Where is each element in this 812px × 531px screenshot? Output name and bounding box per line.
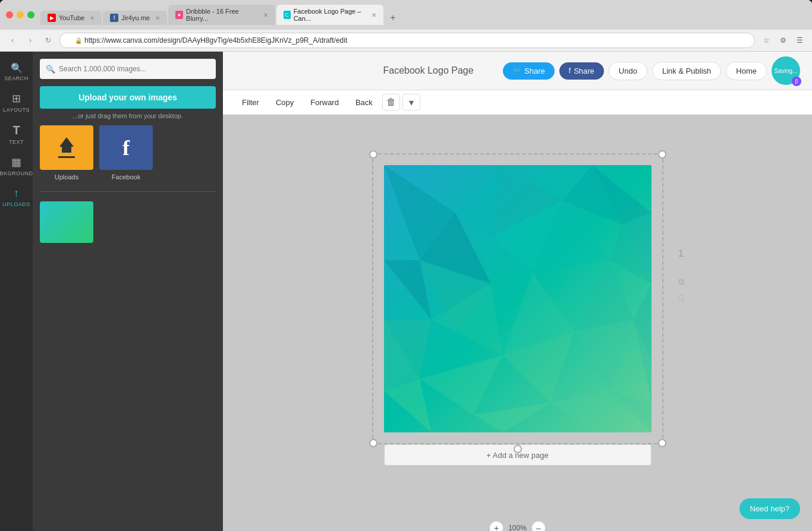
sidebar-search-label: SEARCH — [4, 75, 29, 81]
sidebar-item-text[interactable]: T TEXT — [2, 119, 32, 150]
svg-marker-19 — [420, 355, 503, 415]
canvas-title: Facebook Logo Page — [383, 65, 473, 76]
search-wrap: 🔍 — [40, 59, 216, 79]
handle-top-right[interactable] — [658, 150, 666, 159]
text-icon: T — [12, 124, 20, 137]
sidebar-item-uploads[interactable]: ↑ UPLOADS — [2, 182, 32, 212]
canvas-background — [384, 165, 652, 432]
uploads-thumb — [40, 125, 93, 170]
extensions-icon[interactable]: ⚙ — [776, 34, 789, 47]
title-bar: ▶ YouTube ✕ f Jir4yu.me ✕ ● Dribbble - 1… — [0, 0, 812, 30]
youtube-favicon: ▶ — [48, 14, 56, 22]
rotate-handle[interactable] — [514, 445, 522, 453]
upload-btn-label: Upload your own images — [78, 93, 177, 102]
zoom-in-button[interactable]: + — [489, 521, 503, 531]
zoom-minus-icon: – — [536, 523, 541, 531]
source-facebook[interactable]: f Facebook — [99, 125, 153, 181]
forward-button[interactable]: Forward — [303, 95, 346, 110]
search-inner-icon: 🔍 — [46, 65, 55, 74]
tab-dribbble[interactable]: ● Dribbble - 16 Free Blurry... ✕ — [168, 5, 275, 25]
refresh-button[interactable]: ↻ — [42, 34, 55, 47]
tab-dribbble-close[interactable]: ✕ — [263, 12, 268, 18]
sidebar-item-background[interactable]: ▦ BKGROUND — [2, 151, 32, 181]
tab-canva-close[interactable]: ✕ — [372, 12, 376, 18]
uploaded-image-preview — [40, 201, 93, 243]
twitter-icon: 🐦 — [512, 67, 521, 75]
tab-canva[interactable]: C Facebook Logo Page – Can... ✕ — [276, 5, 383, 25]
address-input[interactable]: 🔒 https://www.canva.com/design/DAAyH8gvT… — [59, 33, 755, 48]
minimize-button[interactable] — [17, 11, 24, 18]
page-number: 1 — [678, 248, 684, 259]
sidebar-uploads-label: UPLOADS — [2, 201, 30, 207]
svg-marker-21 — [574, 320, 634, 391]
uploads-icon: ↑ — [14, 187, 19, 200]
panel-search-area: 🔍 — [33, 52, 223, 86]
svg-marker-16 — [574, 260, 634, 331]
handle-top-left[interactable] — [369, 150, 377, 159]
help-label: Need help? — [750, 504, 790, 513]
traffic-lights — [6, 11, 34, 18]
address-bar: ‹ › ↻ 🔒 https://www.canva.com/design/DAA… — [0, 30, 812, 52]
upload-own-images-button[interactable]: Upload your own images — [40, 86, 216, 109]
forward-nav-button[interactable]: › — [24, 34, 37, 47]
browser-toolbar-icons: ☆ ⚙ ☰ — [760, 34, 806, 47]
facebook-share-button[interactable]: f Share — [559, 62, 604, 80]
tab-youtube[interactable]: ▶ YouTube ✕ — [40, 11, 102, 25]
twitter-share-button[interactable]: 🐦 Share — [503, 62, 555, 80]
delete-page-icon[interactable]: □ — [678, 293, 683, 302]
background-icon: ▦ — [11, 156, 21, 169]
link-publish-button[interactable]: Link & Publish — [652, 62, 721, 80]
back-nav-button[interactable]: ‹ — [6, 34, 19, 47]
uploaded-image-1[interactable] — [40, 201, 93, 243]
canvas-header: Facebook Logo Page 🐦 Share f Share Undo … — [223, 52, 812, 90]
uploads-source-label: Uploads — [55, 173, 78, 181]
more-options-button[interactable]: ▾ — [402, 94, 420, 110]
home-button[interactable]: Home — [726, 62, 767, 80]
menu-icon[interactable]: ☰ — [793, 34, 806, 47]
svg-marker-25 — [550, 391, 610, 432]
tab-dribbble-label: Dribbble - 16 Free Blurry... — [186, 8, 258, 22]
tab-jir4yu-close[interactable]: ✕ — [155, 15, 160, 21]
zoom-out-button[interactable]: – — [531, 521, 546, 531]
browser-tabs: ▶ YouTube ✕ f Jir4yu.me ✕ ● Dribbble - 1… — [40, 5, 806, 25]
jir4yu-favicon: f — [110, 14, 118, 22]
tab-youtube-close[interactable]: ✕ — [90, 15, 95, 21]
filter-button[interactable]: Filter — [235, 95, 266, 110]
source-uploads[interactable]: Uploads — [40, 125, 93, 181]
copy-button[interactable]: Copy — [269, 95, 301, 110]
facebook-share-label: Share — [574, 67, 594, 75]
need-help-button[interactable]: Need help? — [739, 498, 801, 519]
bookmark-icon[interactable]: ☆ — [760, 34, 773, 47]
zoom-level-text: 100% — [508, 524, 527, 531]
side-icons: 1 ⧉ □ — [678, 296, 684, 302]
undo-button[interactable]: Undo — [609, 62, 647, 80]
sources-grid: Uploads f Facebook — [33, 125, 223, 187]
sidebar-item-search[interactable]: 🔍 SEARCH — [2, 58, 32, 86]
svg-marker-24 — [473, 403, 550, 432]
new-tab-button[interactable]: + — [385, 11, 401, 25]
sidebar-item-layouts[interactable]: ⊞ LAYOUTS — [2, 87, 32, 118]
tab-jir4yu-label: Jir4yu.me — [121, 14, 150, 21]
back-button[interactable]: Back — [348, 95, 380, 110]
handle-bottom-left[interactable] — [369, 439, 377, 447]
chevron-down-icon: ▾ — [409, 97, 414, 108]
canvas-footer: + 100% – — [223, 516, 812, 531]
saving-button[interactable]: Saving... β — [772, 56, 800, 85]
poly-overlay — [384, 165, 652, 432]
delete-button[interactable]: 🗑 — [382, 94, 400, 110]
sidebar: 🔍 SEARCH ⊞ LAYOUTS T TEXT ▦ BKGROUND ↑ U… — [0, 52, 33, 531]
panel: 🔍 Upload your own images ...or just drag… — [33, 52, 223, 531]
page-canvas[interactable] — [384, 165, 652, 432]
facebook-icon: f — [569, 67, 571, 75]
tab-canva-label: Facebook Logo Page – Can... — [294, 8, 366, 22]
search-input[interactable] — [40, 59, 216, 79]
duplicate-page-icon[interactable]: ⧉ — [678, 277, 684, 287]
handle-bottom-right[interactable] — [658, 439, 666, 447]
maximize-button[interactable] — [27, 11, 34, 18]
canvas-workspace[interactable]: 1 ⧉ □ + Add a new page — [223, 115, 812, 516]
uploads-grid — [33, 197, 223, 248]
beta-badge: β — [792, 77, 801, 86]
sidebar-layouts-label: LAYOUTS — [3, 107, 30, 113]
tab-jir4yu[interactable]: f Jir4yu.me ✕ — [103, 11, 167, 25]
close-button[interactable] — [6, 11, 13, 18]
